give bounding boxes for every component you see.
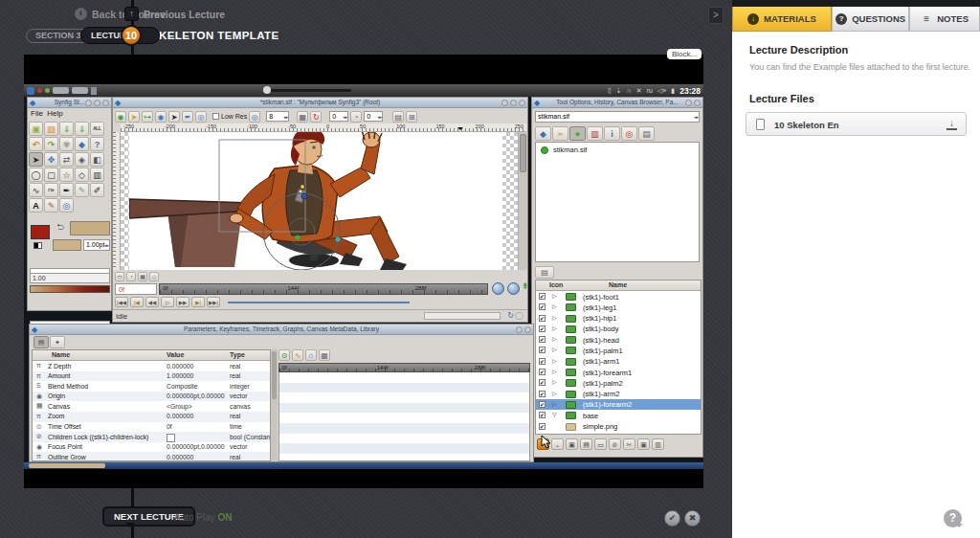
tool-button[interactable]: ▨: [44, 122, 58, 136]
tool-button[interactable]: ↷: [44, 137, 58, 151]
default-colors-icon[interactable]: [33, 242, 42, 249]
canvas-tool-icon[interactable]: ▤: [392, 111, 404, 123]
params-tab-icon[interactable]: ▤: [33, 336, 49, 348]
tool-button[interactable]: ▥: [90, 168, 104, 182]
layers-panel-tab[interactable]: ▤: [535, 266, 554, 279]
layer-expander-icon[interactable]: ▷: [552, 378, 557, 385]
layer-visibility-checkbox[interactable]: ✔: [539, 391, 546, 397]
params-scrollbar[interactable]: [271, 349, 278, 461]
layer-expander-icon[interactable]: ▷: [552, 400, 557, 407]
autoplay-status[interactable]: Auto Play ON: [174, 512, 233, 523]
timetrack-tool-icon[interactable]: ∿: [292, 349, 303, 361]
layer-toolbar-button[interactable]: ▤: [580, 438, 592, 450]
swap-colors-icon[interactable]: ⮌: [56, 223, 64, 232]
panel-tab-icon[interactable]: i: [604, 126, 620, 141]
tab-notes[interactable]: ≡ NOTES: [909, 7, 980, 32]
layer-toolbar-button[interactable]: ▣: [566, 438, 578, 450]
layer-row[interactable]: ✔ ▷ (stk1)-arm2: [536, 389, 701, 399]
stop-icon[interactable]: ◯: [515, 311, 523, 320]
layer-row[interactable]: ✔ ▷ (stk1)-foot1: [536, 291, 701, 302]
parameter-row[interactable]: π Outline Grow 0.000000 real: [33, 452, 270, 461]
previous-lecture-button[interactable]: ↑ Previous Lecture: [124, 7, 225, 21]
parameter-row[interactable]: S Blend Method Composite integer: [33, 381, 270, 392]
past-keyframe-lock-button[interactable]: [492, 282, 504, 295]
tab-questions[interactable]: ? QUESTIONS: [832, 7, 909, 32]
canvas-tool-icon[interactable]: ▦: [297, 111, 308, 123]
help-button[interactable]: ?: [944, 509, 962, 527]
low-res-checkbox[interactable]: [212, 113, 219, 120]
tool-button[interactable]: ✎: [44, 198, 58, 213]
canvas-option-button[interactable]: ◔: [126, 272, 136, 281]
tool-button[interactable]: ALL: [90, 122, 104, 136]
parameter-row[interactable]: ◉ Origin 0.000000pt,0.00000 vector: [33, 392, 270, 402]
tool-button[interactable]: ⇓: [75, 122, 89, 136]
tool-button[interactable]: ?: [90, 137, 104, 151]
layer-visibility-checkbox[interactable]: ✔: [539, 401, 546, 408]
parameter-value[interactable]: 0.000000: [167, 413, 193, 419]
download-icon[interactable]: ↓: [947, 118, 957, 130]
canvas-tool-icon[interactable]: ◉: [115, 111, 126, 123]
layer-toolbar-button[interactable]: ⊘: [609, 438, 621, 450]
tool-button[interactable]: ↶: [29, 137, 43, 151]
layer-expander-icon[interactable]: ▷: [552, 357, 557, 364]
layer-row[interactable]: ✔ ▷ (stk1)-palm2: [536, 377, 701, 388]
parameter-value[interactable]: 1.000000: [167, 372, 193, 379]
transport-button[interactable]: ▶▶: [176, 297, 189, 307]
transport-button[interactable]: ▷: [161, 297, 174, 307]
layer-expander-icon[interactable]: ▷: [552, 390, 557, 396]
layer-row[interactable]: ✔ ▷ (stk1)-arm1: [536, 356, 701, 367]
gradient-swatch[interactable]: [30, 285, 110, 293]
video-player[interactable]: ▯⇣∩✕ru◁»▮ 23:28 ◆ Synfig St... File Help…: [24, 55, 703, 488]
layer-toolbar-button[interactable]: ▥: [652, 438, 664, 450]
lecture-file-row[interactable]: 10 Skeleton En ↓: [746, 112, 967, 136]
dismiss-button[interactable]: ✖: [684, 510, 701, 527]
parameter-row[interactable]: ◉ Focus Point 0.000000pt,0.00000 vector: [33, 442, 270, 453]
tab-materials[interactable]: ↓ MATERIALS: [732, 7, 832, 32]
panel-tab-icon[interactable]: ➣: [552, 126, 568, 141]
canvas-option-button[interactable]: ▭: [115, 272, 124, 281]
canvas-browser-tree[interactable]: stikman.sif: [535, 142, 700, 262]
tool-button[interactable]: ✐: [90, 183, 104, 197]
layer-visibility-checkbox[interactable]: ✔: [539, 358, 546, 365]
stroke-width-spinner[interactable]: 1.00pt: [83, 239, 110, 251]
outline-color-swatch[interactable]: [70, 221, 110, 235]
parameter-value[interactable]: <Group>: [167, 403, 192, 410]
canvas-timebar[interactable]: 0f 144f 288f: [159, 283, 488, 295]
layer-expander-icon[interactable]: ▽: [552, 411, 557, 417]
tool-button[interactable]: ◯: [29, 168, 43, 182]
tool-button[interactable]: ◈: [75, 152, 89, 167]
layer-row[interactable]: ✔ ▷ (stk1)-hip1: [536, 313, 701, 324]
layer-expander-icon[interactable]: ▷: [552, 325, 557, 331]
onion-skin-icon[interactable]: ◔: [350, 111, 362, 123]
transport-button[interactable]: ◀◀: [145, 297, 159, 307]
sidebar-collapse-button[interactable]: >: [708, 7, 724, 24]
layer-visibility-checkbox[interactable]: ✔: [539, 293, 546, 300]
layer-toolbar-button[interactable]: ⌄: [551, 438, 564, 450]
tool-button[interactable]: ⇄: [59, 152, 74, 167]
layer-visibility-checkbox[interactable]: ✔: [539, 369, 546, 375]
tool-button[interactable]: ✑: [44, 183, 58, 197]
layer-expander-icon[interactable]: ▷: [552, 335, 557, 342]
panel-tab-icon[interactable]: ●: [569, 126, 586, 141]
tool-button[interactable]: ✎: [75, 183, 89, 197]
canvas-tool-icon[interactable]: ◉: [155, 111, 167, 123]
canvas-tool-icon[interactable]: ➤: [168, 111, 180, 123]
panel-tab-icon[interactable]: ▤: [638, 126, 655, 141]
tool-button[interactable]: ✒: [59, 183, 74, 197]
panel-tab-icon[interactable]: ◎: [621, 126, 637, 141]
layer-toolbar-button[interactable]: ▣: [637, 438, 650, 450]
parameter-value[interactable]: 0.000000pt,0.00000: [167, 443, 224, 450]
brush-swatch[interactable]: [53, 239, 81, 251]
tool-button[interactable]: ▣: [29, 122, 43, 136]
timetrack-tool-icon[interactable]: ⌂: [305, 349, 317, 361]
tool-button[interactable]: ☆: [59, 168, 74, 182]
layer-row[interactable]: ✔ ▷ (stk1)-forearm1: [536, 367, 701, 377]
canvas-option-button[interactable]: ◇: [149, 272, 159, 281]
parameter-value[interactable]: 0.000000pt,0.00000: [167, 392, 224, 399]
past-onion-spinner[interactable]: 0: [329, 111, 348, 122]
tool-button[interactable]: ⇓: [59, 122, 74, 136]
parameter-row[interactable]: π Zoom 0.000000 real: [33, 412, 270, 422]
layer-expander-icon[interactable]: ▷: [552, 292, 557, 299]
tool-button[interactable]: ◧: [90, 152, 104, 167]
tool-button[interactable]: ◆: [75, 137, 89, 151]
